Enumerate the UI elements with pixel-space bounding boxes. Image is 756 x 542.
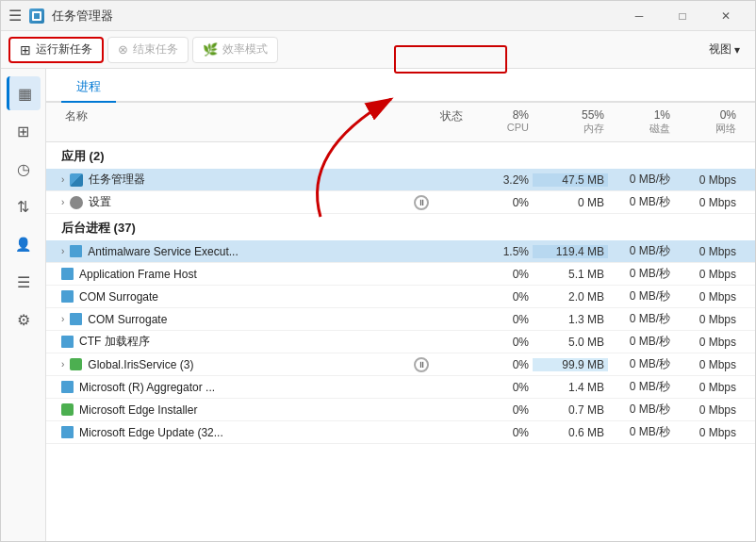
- tab-bar: 进程: [46, 69, 755, 103]
- cpu-cell: 1.5%: [467, 245, 533, 258]
- sidebar-item-processes[interactable]: ▦: [7, 76, 41, 110]
- process-name: › 设置: [61, 194, 410, 210]
- proc-icon: [61, 336, 74, 348]
- network-cell: 0 Mbps: [674, 245, 740, 258]
- disk-cell: 0 MB/秒: [608, 266, 674, 282]
- tab-processes[interactable]: 进程: [61, 73, 116, 103]
- run-new-task-button[interactable]: ⊞ 运行新任务: [8, 37, 104, 63]
- process-name: Application Frame Host: [61, 268, 410, 281]
- status-cell: ⏸: [410, 195, 467, 210]
- memory-cell: 1.3 MB: [533, 313, 608, 326]
- disk-cell: 0 MB/秒: [608, 402, 674, 418]
- close-button[interactable]: ✕: [704, 1, 748, 31]
- proc-icon: [61, 426, 74, 438]
- network-cell: 0 Mbps: [674, 290, 740, 304]
- table-row[interactable]: › 设置 ⏸ 0% 0 MB 0 MB/秒 0 Mbps: [46, 191, 755, 214]
- cpu-cell: 0%: [467, 336, 533, 349]
- efficiency-mode-label: 效率模式: [222, 41, 268, 57]
- col-network: 0% 网络: [674, 107, 740, 138]
- pause-badge: ⏸: [414, 357, 429, 372]
- process-name: Microsoft Edge Installer: [61, 403, 410, 417]
- col-memory: 55% 内存: [533, 107, 608, 138]
- view-button[interactable]: 视图 ▾: [701, 37, 748, 63]
- end-task-button[interactable]: ⊗ 结束任务: [107, 37, 189, 63]
- disk-cell: 0 MB/秒: [608, 288, 674, 304]
- proc-icon: [61, 381, 74, 393]
- process-name: Microsoft Edge Update (32...: [61, 426, 410, 439]
- minimize-button[interactable]: ─: [617, 1, 661, 31]
- sidebar-item-history[interactable]: ◷: [7, 152, 41, 186]
- process-name: › COM Surrogate: [61, 313, 410, 326]
- network-cell: 0 Mbps: [674, 426, 740, 439]
- table-row[interactable]: CTF 加载程序 0% 5.0 MB 0 MB/秒 0 Mbps: [46, 331, 755, 353]
- cpu-cell: 0%: [467, 196, 533, 209]
- taskmgr-icon: [70, 173, 83, 187]
- cpu-cell: 0%: [467, 313, 533, 326]
- disk-cell: 0 MB/秒: [608, 334, 674, 350]
- window-title: 任务管理器: [52, 8, 113, 25]
- process-table: 名称 状态 8% CPU 55% 内存: [46, 103, 755, 541]
- table-row[interactable]: COM Surrogate 0% 2.0 MB 0 MB/秒 0 Mbps: [46, 286, 755, 308]
- table-row[interactable]: › COM Surrogate 0% 1.3 MB 0 MB/秒 0 Mbps: [46, 308, 755, 331]
- disk-cell: 0 MB/秒: [608, 424, 674, 440]
- col-disk: 1% 磁盘: [608, 107, 674, 138]
- efficiency-mode-button[interactable]: 🌿 效率模式: [192, 37, 278, 63]
- network-cell: 0 Mbps: [674, 358, 740, 371]
- table-row[interactable]: Microsoft (R) Aggregator ... 0% 1.4 MB 0…: [46, 376, 755, 399]
- maximize-button[interactable]: □: [661, 1, 704, 31]
- table-header: 名称 状态 8% CPU 55% 内存: [46, 103, 755, 142]
- disk-cell: 0 MB/秒: [608, 172, 674, 188]
- memory-cell: 5.1 MB: [533, 268, 608, 281]
- proc-icon: [70, 313, 82, 325]
- memory-cell: 47.5 MB: [533, 173, 608, 187]
- efficiency-icon: 🌿: [203, 42, 218, 57]
- view-chevron-icon: ▾: [734, 43, 740, 57]
- table-row[interactable]: › Global.IrisService (3) ⏸ 0% 99.9 MB 0 …: [46, 353, 755, 376]
- sidebar-item-services[interactable]: ⚙: [7, 303, 41, 337]
- memory-cell: 0 MB: [533, 196, 608, 209]
- memory-cell: 5.0 MB: [533, 336, 608, 349]
- col-name: 名称: [61, 107, 410, 138]
- sidebar-item-startup[interactable]: ⇅: [7, 189, 41, 223]
- network-cell: 0 Mbps: [674, 173, 740, 187]
- cpu-cell: 3.2%: [467, 173, 533, 187]
- network-cell: 0 Mbps: [674, 196, 740, 209]
- end-task-icon: ⊗: [118, 42, 128, 57]
- sidebar-item-performance[interactable]: ⊞: [7, 114, 41, 148]
- network-cell: 0 Mbps: [674, 268, 740, 281]
- cpu-cell: 0%: [467, 426, 533, 439]
- pause-badge: ⏸: [414, 195, 429, 210]
- expand-icon[interactable]: ›: [61, 359, 64, 370]
- hamburger-icon[interactable]: ☰: [8, 7, 22, 25]
- expand-icon[interactable]: ›: [61, 246, 64, 256]
- run-new-task-label: 运行新任务: [36, 41, 92, 57]
- disk-cell: 0 MB/秒: [608, 379, 674, 395]
- network-cell: 0 Mbps: [674, 313, 740, 326]
- memory-cell: 2.0 MB: [533, 290, 608, 304]
- settings-icon: [70, 196, 83, 209]
- table-row[interactable]: Microsoft Edge Update (32... 0% 0.6 MB 0…: [46, 421, 755, 444]
- sidebar-item-users[interactable]: 👤: [7, 227, 41, 261]
- memory-cell: 1.4 MB: [533, 381, 608, 394]
- table-row[interactable]: › Antimalware Service Execut... 1.5% 119…: [46, 240, 755, 263]
- app-icon: [29, 8, 44, 24]
- table-row[interactable]: › 任务管理器 3.2% 47.5 MB 0 MB/秒 0 Mbps: [46, 169, 755, 191]
- memory-cell: 0.6 MB: [533, 426, 608, 439]
- expand-icon[interactable]: ›: [61, 314, 64, 324]
- table-row[interactable]: Microsoft Edge Installer 0% 0.7 MB 0 MB/…: [46, 399, 755, 421]
- sidebar-item-details[interactable]: ☰: [7, 265, 41, 299]
- cpu-cell: 0%: [467, 268, 533, 281]
- view-label: 视图: [709, 41, 731, 57]
- proc-icon: [70, 245, 82, 257]
- proc-icon: [70, 358, 82, 370]
- memory-cell: 119.4 MB: [533, 245, 608, 258]
- section-bg-header: 后台进程 (37): [46, 214, 755, 240]
- table-row[interactable]: Application Frame Host 0% 5.1 MB 0 MB/秒 …: [46, 263, 755, 286]
- disk-cell: 0 MB/秒: [608, 311, 674, 327]
- expand-icon[interactable]: ›: [61, 197, 64, 207]
- disk-cell: 0 MB/秒: [608, 243, 674, 259]
- network-cell: 0 Mbps: [674, 336, 740, 349]
- process-name: Microsoft (R) Aggregator ...: [61, 381, 410, 394]
- expand-icon[interactable]: ›: [61, 174, 64, 185]
- sidebar: ▦ ⊞ ◷ ⇅ 👤 ☰ ⚙: [1, 69, 46, 541]
